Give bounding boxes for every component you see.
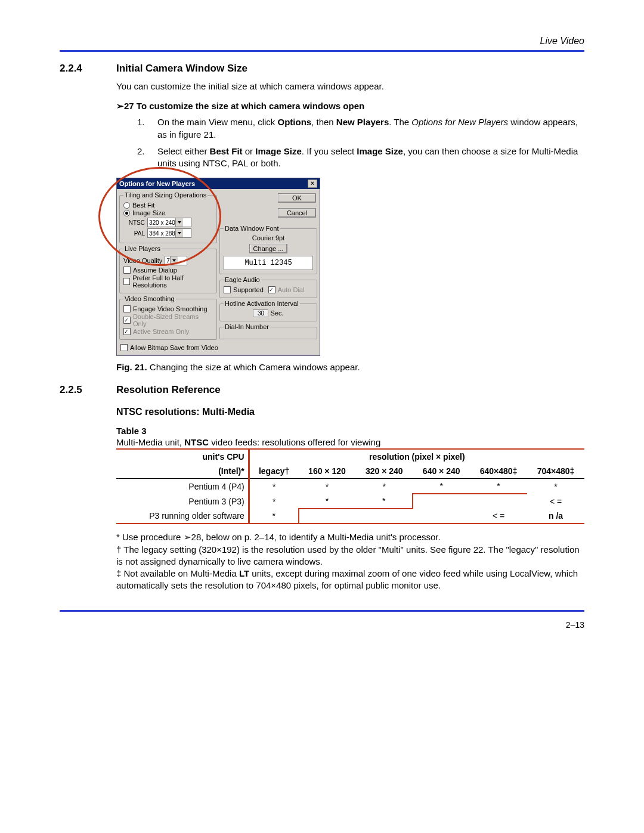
text: , then [311,117,336,127]
table-3-label: Table 3 [116,426,584,436]
page-number: 2–13 [60,620,584,630]
chevron-down-icon [170,256,178,265]
table-row: P3 running older software * < = n /a [116,509,584,524]
cell: * [249,479,298,494]
label: Engage Video Smoothing [133,305,208,312]
pal-label: PAL [123,230,145,237]
fig-text: Changing the size at which Camera window… [147,362,360,372]
text: . The [389,117,411,127]
ntsc-label: NTSC [123,219,145,226]
step-number: 1. [137,116,157,141]
close-icon[interactable]: × [308,179,317,188]
hotline-value[interactable]: 30 [253,309,268,317]
running-head: Live Video [60,36,584,47]
hotline-unit: Sec. [271,309,284,317]
active-stream-check[interactable]: Active Stream Only [123,328,213,335]
col-head-resolution: resolution (pixel × pixel) [249,449,584,464]
footnote-dagger: † The legacy setting (320×192) is the re… [116,544,584,568]
best-fit-radio[interactable]: Best Fit [123,202,213,209]
pal-combo[interactable]: 384 x 288 [147,228,191,238]
eagle-group: Eagle Audio Supported Auto Dial [219,276,317,298]
row-label: Pentium 4 (P4) [116,479,249,494]
cell: * [355,494,413,509]
cell [355,509,413,524]
bold: New Players [336,117,389,127]
figure-21-dialog: Options for New Players × Tiling and Siz… [116,178,584,356]
col-head-intel: (Intel)* [116,464,249,479]
font-name: Courier 9pt [224,234,313,241]
smooth-legend: Video Smoothing [123,295,176,302]
bold: Image Size [255,146,302,156]
cell: * [355,479,413,494]
cell: < = [470,509,527,524]
text: . If you select [302,146,357,156]
ntsc-combo[interactable]: 320 x 240 [147,218,191,227]
col-legacy: legacy† [249,464,298,479]
step-body: On the main View menu, click Options, th… [157,116,584,141]
prefer-full-check[interactable]: Prefer Full to Half Resolutions [123,274,213,289]
image-size-radio[interactable]: Image Size [123,209,213,216]
change-button[interactable]: Change ... [249,244,287,253]
footnote-star: * Use procedure ➢28, below on p. 2–14, t… [116,531,584,543]
cell [413,494,470,509]
cancel-button[interactable]: Cancel [278,208,316,218]
text: Select either [157,146,210,156]
allow-bitmap-check[interactable]: Allow Bitmap Save from Video [120,344,316,351]
figure-21-caption: Fig. 21. Changing the size at which Came… [116,362,584,372]
section-number: 2.2.5 [60,384,116,396]
table-3-caption: Multi-Media unit, NTSC video feeds: reso… [116,437,584,447]
cell: * [299,494,356,509]
section-224-heading: 2.2.4 Initial Camera Window Size [60,63,584,75]
step-1: 1. On the main View menu, click Options,… [137,116,584,141]
bold: Options [277,117,311,127]
ok-button[interactable]: OK [278,193,316,203]
hotline-legend: Hotline Activation Interval [224,300,300,307]
table-label: Table 3 [116,426,147,436]
resolution-table: unit's CPU resolution (pixel × pixel) (I… [116,448,584,524]
pal-row: PAL 384 x 288 [123,228,213,238]
italic: Options for New Players [411,117,508,127]
row-label: Pentium 3 (P3) [116,494,249,509]
cell: < = [527,494,584,509]
bold: LT [239,568,249,578]
col-320x240: 320 × 240 [355,464,413,479]
vq-combo[interactable]: 7 [165,256,187,265]
col-640x480: 640×480‡ [470,464,527,479]
label: Assume Dialup [133,267,177,274]
label: Supported [233,286,264,293]
options-dialog: Options for New Players × Tiling and Siz… [116,178,320,356]
tiling-legend: Tiling and Sizing Operations [123,191,208,199]
live-players-group: Live Players Video Quality 7 Assume Dial… [119,245,217,293]
cell: * [299,479,356,494]
bold: n /a [549,511,563,521]
step-number: 2. [137,145,157,170]
cell [470,494,527,509]
text: On the main View menu, click [157,117,277,127]
label: Active Stream Only [133,328,189,335]
dialin-legend: Dial-In Number [224,323,270,330]
col-160x120: 160 × 120 [299,464,356,479]
bottom-rule [60,610,584,612]
col-704x480: 704×480‡ [527,464,584,479]
video-quality-row: Video Quality 7 [123,256,213,265]
label: Best Fit [132,202,154,209]
supported-check[interactable]: Supported [224,286,264,293]
value: 384 x 288 [149,230,175,237]
table-row: Pentium 4 (P4) * * * * * * [116,479,584,494]
label: Double-Sized Streams Only [133,313,213,327]
col-640x240: 640 × 240 [413,464,470,479]
tiling-group: Tiling and Sizing Operations Best Fit Im… [119,191,217,243]
procedure-27-heading: ➢27 To customize the size at which camer… [116,101,584,112]
auto-dial-check[interactable]: Auto Dial [268,286,305,293]
step-body: Select either Best Fit or Image Size. If… [157,145,584,170]
hotline-group: Hotline Activation Interval 30 Sec. [219,300,317,321]
section-title: Initial Camera Window Size [116,63,247,75]
engage-smooth-check[interactable]: Engage Video Smoothing [123,305,213,312]
ntsc-subhead: NTSC resolutions: Multi-Media [116,407,584,417]
double-sized-check[interactable]: Double-Sized Streams Only [123,313,213,327]
text: or [243,146,256,156]
assume-dialup-check[interactable]: Assume Dialup [123,267,213,274]
font-group: Data Window Font Courier 9pt Change ... … [219,225,317,274]
fig-label: Fig. 21. [116,362,147,372]
cell [299,509,356,524]
